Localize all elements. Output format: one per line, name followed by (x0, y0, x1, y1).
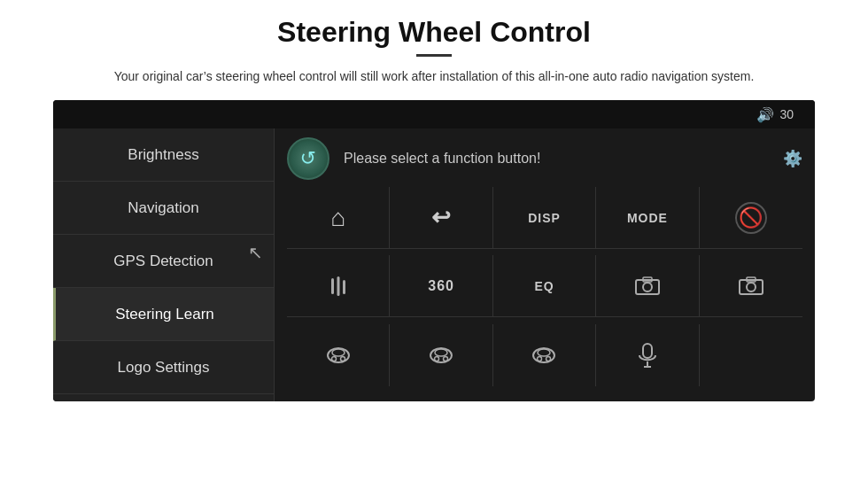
btn-microphone[interactable] (596, 324, 699, 386)
volume-level: 30 (779, 107, 794, 121)
phone-off-icon: 🚫 (735, 202, 767, 234)
refresh-icon: ↻ (300, 147, 316, 170)
sidebar-item-brightness[interactable]: Brightness (53, 128, 274, 182)
volume-area: 🔊 30 (756, 106, 794, 123)
equalizer-icon (328, 273, 349, 299)
camera-front-icon (634, 276, 661, 297)
btn-cam-front[interactable] (596, 255, 699, 317)
svg-point-15 (435, 356, 439, 361)
svg-point-16 (444, 356, 448, 361)
btn-car-view1[interactable] (287, 324, 390, 386)
title-divider (416, 54, 452, 57)
svg-point-17 (533, 348, 554, 362)
mode-label: MODE (627, 211, 668, 225)
sidebar-item-steering-learn[interactable]: Steering Learn (53, 288, 274, 341)
svg-point-9 (328, 348, 349, 362)
svg-point-13 (430, 348, 452, 362)
sidebar-item-gps-detection[interactable]: GPS Detection (53, 235, 274, 288)
svg-rect-2 (343, 280, 345, 294)
btn-back[interactable]: ↩ (390, 187, 492, 249)
main-content: ↻ Please select a function button! ⚙️ ⌂ … (275, 128, 815, 401)
btn-car-view3[interactable] (493, 324, 596, 386)
svg-rect-0 (331, 278, 334, 294)
camera-rear-icon (738, 276, 764, 297)
360-label: 360 (428, 278, 454, 294)
btn-eq[interactable]: EQ (493, 255, 596, 317)
sidebar-item-logo-settings[interactable]: Logo Settings (53, 341, 274, 394)
settings-icon: ⚙️ (783, 149, 802, 168)
sidebar-item-navigation[interactable]: Navigation (53, 182, 274, 235)
back-icon: ↩ (431, 204, 451, 231)
btn-car-view2[interactable] (390, 324, 492, 386)
page-subtitle: Your original car’s steering wheel contr… (114, 67, 755, 86)
btn-phone-off[interactable]: 🚫 (700, 187, 802, 249)
btn-360[interactable]: 360 (390, 255, 492, 317)
btn-equalizer[interactable] (287, 255, 390, 317)
btn-mode[interactable]: MODE (596, 187, 699, 249)
svg-point-14 (435, 349, 447, 356)
top-row: ↻ Please select a function button! ⚙️ (287, 137, 802, 180)
microphone-icon (638, 342, 657, 369)
refresh-button[interactable]: ↻ (287, 137, 329, 180)
btn-home[interactable]: ⌂ (287, 187, 390, 249)
svg-point-18 (538, 349, 550, 356)
sidebar-label-steering-learn: Steering Learn (115, 306, 214, 323)
sidebar-label-gps-detection: GPS Detection (113, 253, 213, 270)
cursor-icon: ↖ (248, 242, 263, 263)
disp-label: DISP (528, 211, 561, 225)
page-title: Steering Wheel Control (277, 16, 591, 49)
prompt-text: Please select a function button! (344, 151, 540, 167)
svg-rect-21 (643, 344, 652, 358)
button-grid: ⌂ ↩ DISP MODE 🚫 (287, 187, 802, 393)
svg-point-20 (546, 356, 551, 361)
btn-disp[interactable]: DISP (493, 187, 596, 249)
sidebar-label-brightness: Brightness (128, 146, 198, 164)
car-view2-icon (429, 343, 453, 368)
btn-cam-rear[interactable] (700, 255, 802, 317)
sidebar-label-logo-settings: Logo Settings (118, 359, 210, 377)
page: Steering Wheel Control Your original car… (0, 0, 868, 482)
svg-point-4 (643, 283, 652, 292)
sidebar-label-navigation: Navigation (128, 199, 198, 217)
svg-point-7 (747, 283, 756, 292)
svg-rect-1 (337, 276, 339, 296)
volume-icon: 🔊 (756, 106, 774, 123)
car-panel: 🔊 30 Brightness Navigation GPS Detection… (53, 100, 815, 401)
svg-point-11 (331, 356, 336, 361)
btn-empty[interactable] (700, 324, 802, 386)
car-view3-icon (531, 343, 556, 368)
svg-point-10 (332, 349, 345, 356)
car-view1-icon (326, 343, 351, 368)
eq-label: EQ (534, 279, 554, 293)
sidebar: Brightness Navigation GPS Detection Stee… (53, 128, 275, 401)
svg-point-12 (340, 356, 345, 361)
svg-point-19 (538, 356, 542, 361)
top-bar: 🔊 30 (53, 100, 815, 128)
home-icon: ⌂ (330, 204, 345, 232)
